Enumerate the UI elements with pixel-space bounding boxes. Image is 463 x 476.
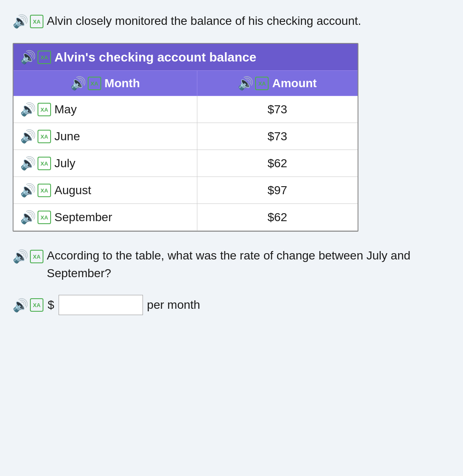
table-row: 🔊September$62	[13, 204, 358, 231]
question-line: 🔊 According to the table, what was the r…	[13, 247, 450, 282]
month-cell: 🔊June	[13, 123, 197, 150]
intro-icon-group[interactable]: 🔊	[13, 13, 43, 30]
month-value: July	[54, 157, 75, 170]
table-row: 🔊June$73	[13, 123, 358, 150]
table-header-row: 🔊 Month 🔊 Amount	[13, 71, 358, 96]
table-row: 🔊May$73	[13, 96, 358, 123]
row-1-translate-icon[interactable]	[38, 130, 51, 143]
month-value: May	[54, 103, 77, 116]
intro-translate-icon[interactable]	[30, 15, 43, 28]
question-translate-icon[interactable]	[30, 250, 43, 263]
row-3-speaker-icon[interactable]: 🔊	[20, 183, 36, 198]
question-section: 🔊 According to the table, what was the r…	[13, 247, 450, 315]
row-2-icon-group[interactable]: 🔊	[20, 156, 51, 171]
dollar-sign: $	[48, 296, 54, 314]
table-title-text: Alvin's checking account balance	[54, 50, 256, 64]
row-0-speaker-icon[interactable]: 🔊	[20, 102, 36, 117]
amount-cell: $62	[197, 150, 358, 177]
answer-icon-group[interactable]: 🔊	[13, 296, 43, 315]
month-column-header: 🔊 Month	[13, 71, 197, 96]
amount-header-translate-icon[interactable]	[255, 77, 269, 90]
amount-cell: $73	[197, 96, 358, 123]
intro-section: 🔊 Alvin closely monitored the balance of…	[13, 13, 450, 30]
title-speaker-icon[interactable]: 🔊	[20, 50, 36, 64]
intro-text: Alvin closely monitored the balance of h…	[47, 13, 450, 29]
table-row: 🔊July$62	[13, 150, 358, 177]
row-2-translate-icon[interactable]	[38, 157, 51, 170]
row-4-icon-group[interactable]: 🔊	[20, 210, 51, 225]
month-cell: 🔊May	[13, 96, 197, 123]
question-speaker-icon[interactable]: 🔊	[13, 247, 28, 266]
answer-input[interactable]	[59, 295, 143, 315]
amount-column-label: Amount	[272, 77, 317, 90]
month-cell: 🔊September	[13, 204, 197, 231]
month-value: June	[54, 130, 80, 143]
amount-cell: $97	[197, 177, 358, 204]
amount-cell: $73	[197, 123, 358, 150]
row-3-icon-group[interactable]: 🔊	[20, 183, 51, 198]
month-header-translate-icon[interactable]	[88, 77, 101, 90]
month-cell: 🔊July	[13, 150, 197, 177]
month-value: September	[54, 211, 112, 224]
table-title-bar: 🔊 Alvin's checking account balance	[13, 44, 358, 70]
month-value: August	[54, 184, 91, 197]
month-cell: 🔊August	[13, 177, 197, 204]
amount-header-icon-group[interactable]: 🔊	[238, 76, 269, 91]
amount-cell: $62	[197, 204, 358, 231]
row-0-icon-group[interactable]: 🔊	[20, 102, 51, 117]
title-icon-group[interactable]: 🔊	[20, 50, 51, 64]
title-translate-icon[interactable]	[38, 51, 51, 64]
intro-speaker-icon[interactable]: 🔊	[13, 13, 28, 30]
month-header-speaker-icon[interactable]: 🔊	[70, 76, 86, 91]
amount-header-speaker-icon[interactable]: 🔊	[238, 76, 253, 91]
row-0-translate-icon[interactable]	[38, 103, 51, 116]
amount-column-header: 🔊 Amount	[197, 71, 358, 96]
row-3-translate-icon[interactable]	[38, 184, 51, 197]
answer-speaker-icon[interactable]: 🔊	[13, 296, 28, 315]
answer-line: 🔊 $ per month	[13, 295, 450, 315]
row-4-translate-icon[interactable]	[38, 211, 51, 224]
row-2-speaker-icon[interactable]: 🔊	[20, 156, 36, 171]
month-header-icon-group[interactable]: 🔊	[70, 76, 101, 91]
row-1-speaker-icon[interactable]: 🔊	[20, 129, 36, 144]
row-1-icon-group[interactable]: 🔊	[20, 129, 51, 144]
month-column-label: Month	[105, 77, 140, 90]
question-text: According to the table, what was the rat…	[47, 247, 450, 282]
table-row: 🔊August$97	[13, 177, 358, 204]
per-month-label: per month	[147, 296, 200, 314]
checking-account-table: 🔊 Alvin's checking account balance 🔊 Mon…	[13, 43, 358, 232]
question-icon-group[interactable]: 🔊	[13, 247, 43, 266]
row-4-speaker-icon[interactable]: 🔊	[20, 210, 36, 225]
answer-translate-icon[interactable]	[30, 298, 43, 312]
